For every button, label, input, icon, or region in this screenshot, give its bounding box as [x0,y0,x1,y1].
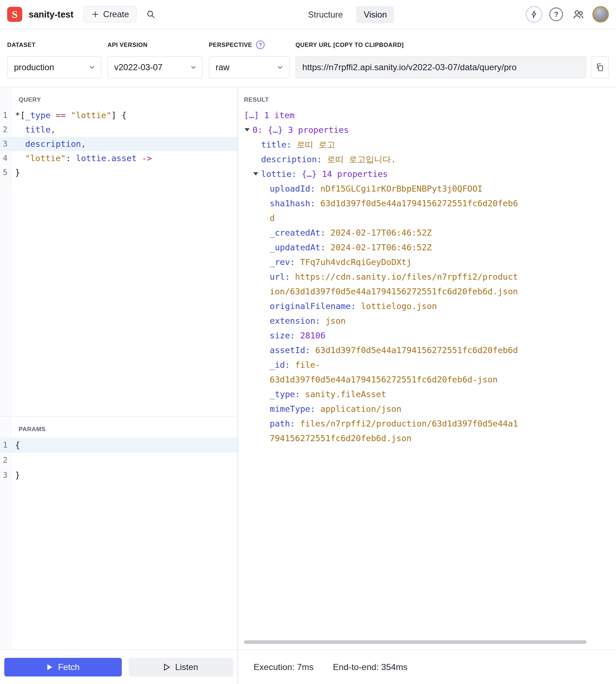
listen-button[interactable]: Listen [129,658,233,676]
editor-line[interactable]: 3 description, [0,137,237,151]
fetch-button[interactable]: Fetch [4,658,122,676]
code-token: extension: [270,316,320,326]
code-token: application/json [321,404,401,414]
result-section-label: RESULT [244,96,616,103]
code-token: , [50,125,56,135]
search-button[interactable] [146,9,156,19]
search-icon [146,9,156,19]
query-url-input[interactable]: https://n7rpffi2.api.sanity.io/v2022-03-… [295,56,586,78]
line-number: 3 [0,137,11,151]
code-token: : [66,153,76,163]
code-token [15,125,25,135]
code-line: { [11,438,20,453]
horizontal-scrollbar[interactable] [244,640,587,644]
line-number: 1 [0,438,11,453]
editor-line[interactable]: 1{ [0,438,237,453]
perspective-help-icon[interactable]: ? [256,40,265,49]
code-token [315,198,320,208]
editor-line[interactable]: 1*[_type == "lottie"] { [0,108,237,122]
execution-stats-bar: Execution: 7ms End-to-end: 354ms [238,650,616,684]
perspective-label: PERSPECTIVE [209,42,252,48]
create-button[interactable]: Create [83,6,136,23]
sanity-logo[interactable]: S [7,7,22,22]
result-line: _updatedAt: 2024-02-17T06:46:52Z [238,240,616,255]
code-token: "lottie" [25,153,66,163]
code-token [295,419,300,429]
result-json-tree: […] 1 item0: {…} 3 propertiestitle: 로띠 로… [238,108,616,446]
result-line[interactable]: 0: {…} 3 properties [238,123,616,138]
perspective-value: raw [216,62,230,72]
editor-line[interactable]: 5} [0,165,237,180]
collapse-arrow-icon[interactable] [253,172,258,175]
result-panel: RESULT […] 1 item0: {…} 3 propertiestitl… [238,88,616,684]
code-token [320,316,325,326]
code-token [326,228,331,238]
tab-structure[interactable]: Structure [303,6,348,23]
play-icon [47,664,53,671]
code-token: _createdAt: [270,228,326,238]
params-section: PARAMS 1{23} [0,416,237,650]
help-button[interactable]: ? [548,6,564,23]
code-token: == [56,110,66,120]
api-version-group: API VERSION v2022-03-07 [107,29,203,87]
editor-line[interactable]: 4 "lottie": lottie.asset -> [0,151,237,165]
dataset-value: production [14,62,54,72]
plus-icon [91,10,100,19]
perspective-select[interactable]: raw [209,56,289,78]
code-token [315,184,320,194]
code-token [310,345,315,355]
result-line: _type: sanity.fileAsset [238,387,616,402]
result-line: description: 로띠 로고입니다. [238,152,616,167]
code-line: "lottie": lottie.asset -> [11,151,152,165]
params-editor[interactable]: 1{23} [0,438,237,483]
code-token: } [15,168,20,178]
tab-vision[interactable]: Vision [356,6,394,23]
result-line: _createdAt: 2024-02-17T06:46:52Z [238,226,616,240]
editor-line[interactable]: 2 title, [0,122,237,137]
editor-line[interactable]: 3} [0,468,237,483]
collapse-arrow-icon[interactable] [245,128,250,131]
code-token [66,110,71,120]
code-token: https://cdn.sanity.io/files/n7rpffi2/pro… [295,272,518,282]
code-token: "lottie" [71,110,111,120]
code-token: 794156272551fc6d20feb6d.json [270,433,412,443]
code-line: title, [11,122,56,137]
code-token: lottie [76,153,106,163]
changelog-button[interactable] [526,6,542,23]
editor-line[interactable]: 2 [0,453,237,468]
code-token [297,169,302,179]
members-button[interactable] [570,6,587,23]
user-avatar[interactable] [592,6,609,23]
code-token [290,360,295,370]
result-line: assetId: 63d1d397f0d5e44a1794156272551fc… [238,343,616,358]
copy-url-button[interactable] [591,56,609,78]
code-token: , [81,139,86,149]
perspective-group: PERSPECTIVE ? raw [209,29,289,87]
code-token: title: [261,140,292,150]
result-line: mimeType: application/json [238,402,616,416]
code-token: ion/63d1d397f0d5e44a1794156272551fc6d20f… [270,286,518,297]
code-token: 2024-02-17T06:46:52Z [331,228,432,238]
result-line: _id: file- [238,358,616,372]
params-section-label: PARAMS [19,426,237,433]
result-line: path: files/n7rpffi2/production/63d1d397… [238,416,616,431]
code-token: 0: {…} 3 properties [252,125,349,135]
code-token [315,404,320,414]
code-token: description [25,139,81,149]
code-token: size: [270,331,295,341]
code-token: {…} 14 properties [302,169,388,179]
result-line[interactable]: lottie: {…} 14 properties [238,167,616,182]
project-title: sanity-test [29,9,73,20]
code-token: url: [270,272,290,282]
code-token: . [106,153,111,163]
navbar-actions: ? [526,6,609,23]
result-line: uploadId: nDf15GLCgi1rKOrBbpENBPyt3j0QFO… [238,182,616,196]
result-line: extension: json [238,314,616,328]
api-version-select[interactable]: v2022-03-07 [107,56,203,78]
code-token [137,153,142,163]
dataset-select[interactable]: production [7,56,101,78]
code-token: nDf15GLCgi1rKOrBbpENBPyt3j0QFOOI [321,184,483,194]
code-line [11,453,15,468]
query-editor[interactable]: 1*[_type == "lottie"] {2 title,3 descrip… [0,108,237,180]
play-icon [164,664,170,671]
